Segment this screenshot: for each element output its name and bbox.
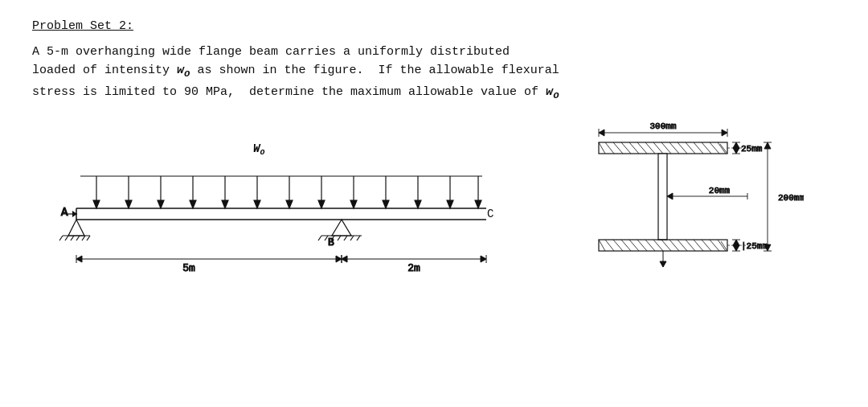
bottom-flange-hatch xyxy=(599,240,727,251)
wo-label: Wo xyxy=(253,142,264,157)
svg-marker-18 xyxy=(350,200,357,208)
svg-line-81 xyxy=(637,240,647,251)
label-200mm: 200mm xyxy=(778,193,804,203)
svg-line-75 xyxy=(720,144,727,154)
problem-line-3: stress is limited to 90 MPa, determine t… xyxy=(32,83,836,104)
svg-line-64 xyxy=(637,142,647,154)
label-5m: 5m xyxy=(182,262,195,274)
svg-marker-8 xyxy=(190,200,196,208)
svg-marker-16 xyxy=(318,200,325,208)
svg-line-74 xyxy=(718,142,726,154)
svg-line-71 xyxy=(694,142,703,154)
dim-2m: 2m xyxy=(342,255,486,274)
svg-line-35 xyxy=(76,236,80,240)
svg-line-45 xyxy=(338,236,341,240)
svg-line-42 xyxy=(318,236,321,240)
svg-marker-10 xyxy=(222,200,228,208)
svg-line-70 xyxy=(686,142,695,154)
svg-marker-4 xyxy=(125,200,132,208)
svg-line-34 xyxy=(71,236,74,240)
svg-marker-115 xyxy=(733,245,739,251)
svg-marker-114 xyxy=(733,240,739,245)
svg-line-37 xyxy=(87,236,90,240)
dim-300mm: 300mm xyxy=(599,121,727,137)
problem-text: A 5-m overhanging wide flange beam carri… xyxy=(32,43,836,104)
svg-marker-30 xyxy=(68,220,84,236)
web xyxy=(658,154,667,240)
svg-marker-58 xyxy=(481,256,486,262)
svg-line-47 xyxy=(350,236,354,240)
svg-line-89 xyxy=(702,240,711,251)
svg-line-66 xyxy=(653,142,663,154)
bottom-arrow xyxy=(660,251,666,267)
svg-line-77 xyxy=(605,240,614,251)
svg-marker-96 xyxy=(599,130,604,136)
beam-body xyxy=(76,208,486,220)
label-b: B xyxy=(328,236,334,249)
svg-marker-101 xyxy=(733,142,739,148)
svg-marker-97 xyxy=(722,130,727,136)
problem-title: Problem Set 2: xyxy=(32,19,836,33)
page-container: Problem Set 2: A 5-m overhanging wide fl… xyxy=(0,0,868,407)
svg-line-88 xyxy=(694,240,703,251)
svg-line-59 xyxy=(599,142,605,154)
svg-line-82 xyxy=(645,240,655,251)
svg-line-63 xyxy=(629,142,639,154)
label-25mm-top: 25mm xyxy=(741,144,763,154)
cross-section-diagram: 300mm 25mm 20m xyxy=(579,118,804,307)
svg-marker-56 xyxy=(336,256,342,262)
dim-20mm: 20mm xyxy=(667,186,747,199)
svg-marker-102 xyxy=(733,148,739,154)
svg-marker-24 xyxy=(447,200,453,208)
label-25mm-bot: |25mm xyxy=(741,241,768,251)
distributed-load-arrows xyxy=(80,176,482,208)
svg-line-32 xyxy=(59,236,63,240)
beam-diagram: Wo xyxy=(32,118,547,299)
svg-line-33 xyxy=(65,236,68,240)
label-20mm: 20mm xyxy=(709,186,731,195)
wo-var-2: wo xyxy=(546,85,559,99)
svg-line-91 xyxy=(718,240,726,251)
problem-line-1: A 5-m overhanging wide flange beam carri… xyxy=(32,43,836,61)
dim-5m: 5m xyxy=(76,255,342,274)
svg-line-72 xyxy=(702,142,711,154)
svg-line-73 xyxy=(710,142,719,154)
svg-marker-14 xyxy=(286,200,293,208)
point-b-support: B xyxy=(318,220,362,249)
svg-marker-2 xyxy=(93,200,100,208)
svg-line-68 xyxy=(669,142,679,154)
svg-line-85 xyxy=(669,240,679,251)
svg-line-80 xyxy=(629,240,639,251)
svg-marker-20 xyxy=(383,200,389,208)
svg-line-76 xyxy=(599,240,605,251)
svg-line-79 xyxy=(621,240,631,251)
svg-line-78 xyxy=(613,240,623,251)
svg-marker-117 xyxy=(660,261,666,267)
point-a-support: A xyxy=(59,206,90,240)
svg-marker-55 xyxy=(76,256,82,262)
svg-marker-22 xyxy=(415,200,421,208)
label-300mm: 300mm xyxy=(649,121,676,131)
svg-line-67 xyxy=(661,142,671,154)
label-c: C xyxy=(487,208,493,220)
svg-line-84 xyxy=(661,240,671,251)
svg-line-62 xyxy=(621,142,631,154)
svg-line-69 xyxy=(678,142,687,154)
svg-line-65 xyxy=(645,142,655,154)
svg-line-92 xyxy=(721,241,727,251)
svg-marker-6 xyxy=(158,200,164,208)
svg-line-90 xyxy=(710,240,719,251)
label-a: A xyxy=(61,206,68,219)
svg-line-60 xyxy=(605,142,614,154)
svg-line-83 xyxy=(653,240,663,251)
svg-marker-26 xyxy=(475,200,481,208)
label-2m: 2m xyxy=(407,262,420,274)
svg-marker-12 xyxy=(254,200,260,208)
svg-marker-109 xyxy=(764,142,771,149)
top-flange-hatch xyxy=(599,142,727,154)
svg-line-48 xyxy=(357,236,360,240)
wo-var-1: wo xyxy=(177,64,190,77)
svg-marker-40 xyxy=(332,220,351,236)
diagram-area: Wo xyxy=(32,118,836,307)
problem-line-2: loaded of intensity wo as shown in the f… xyxy=(32,61,836,82)
